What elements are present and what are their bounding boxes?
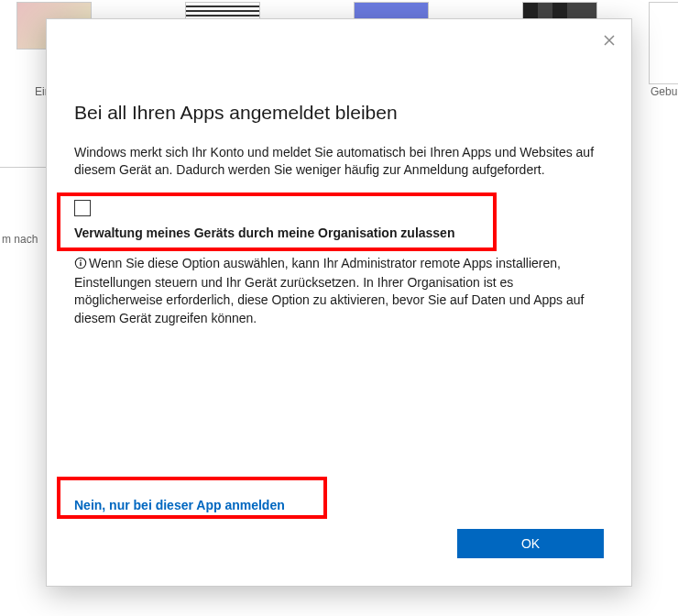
template-caption: Geburts [651,85,678,98]
close-icon [604,33,615,50]
info-text: Wenn Sie diese Option auswählen, kann Ih… [74,256,584,325]
svg-point-1 [80,259,82,261]
info-text-block: Wenn Sie diese Option auswählen, kann Ih… [74,255,604,327]
dialog-title: Bei all Ihren Apps angemeldet bleiben [74,102,604,124]
sidebar-text: m nach [2,233,38,246]
svg-rect-2 [80,261,81,265]
dialog-body: Windows merkt sich Ihr Konto und meldet … [74,144,604,180]
signin-dialog: Bei all Ihren Apps angemeldet bleiben Wi… [46,18,632,587]
org-management-option: Verwaltung meines Geräts durch meine Org… [74,200,604,240]
only-this-app-link[interactable]: Nein, nur bei dieser App anmelden [74,498,285,512]
dialog-content: Bei all Ihren Apps angemeldet bleiben Wi… [74,102,604,327]
info-icon [74,257,87,274]
org-management-label: Verwaltung meines Geräts durch meine Org… [74,226,604,240]
template-thumbnail [649,2,678,84]
close-button[interactable] [600,32,618,50]
org-management-checkbox[interactable] [74,200,91,216]
ok-button[interactable]: OK [457,529,604,558]
